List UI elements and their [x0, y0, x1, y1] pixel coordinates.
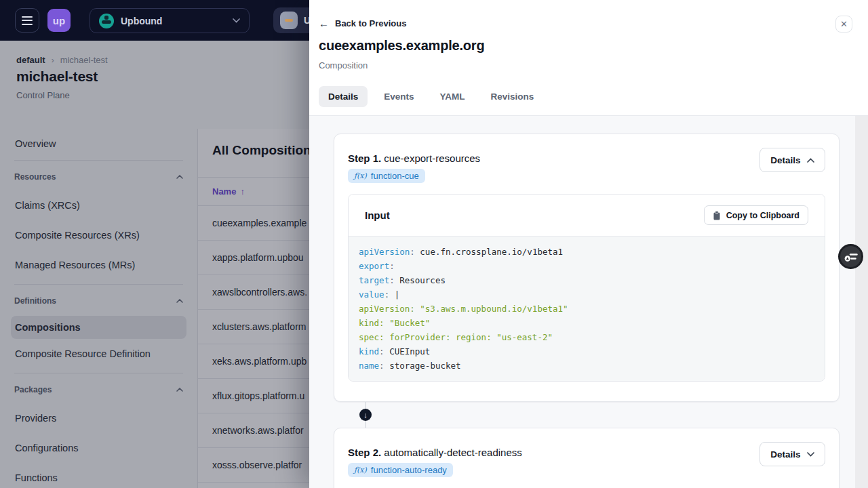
step-name: cue-export-resources — [384, 152, 480, 164]
step-title: Step 2. automatically-detect-readiness — [348, 447, 522, 458]
details-button-label: Details — [770, 155, 800, 165]
code-line: apiVersion: "s3.aws.m.upbound.io/v1beta1… — [359, 302, 814, 316]
function-badge: ƒ(x) function-cue — [348, 169, 425, 183]
code-line: value: | — [359, 287, 814, 302]
chevron-down-icon — [807, 452, 814, 457]
feedback-widget-button[interactable] — [838, 244, 863, 269]
code-line: target: Resources — [359, 273, 814, 287]
pipeline-step-card-1: Step 1. cue-export-resources ƒ(x) functi… — [334, 134, 840, 402]
function-badge-label: function-auto-ready — [371, 465, 447, 475]
tab-events[interactable]: Events — [374, 86, 423, 107]
function-badge: ƒ(x) function-auto-ready — [348, 463, 453, 477]
arrow-down-icon: ↓ — [359, 409, 372, 421]
copy-button-label: Copy to Clipboard — [726, 211, 800, 220]
details-button-label: Details — [770, 449, 800, 460]
code-line: spec: forProvider: region: "us-east-2" — [359, 330, 814, 344]
step-number: Step 2. — [348, 447, 381, 458]
feedback-icon — [844, 251, 858, 262]
code-line: kind: CUEInput — [359, 344, 814, 359]
pipeline-connector: ↓ — [359, 402, 372, 428]
panel-scroll-area[interactable]: Step 1. cue-export-resources ƒ(x) functi… — [309, 115, 868, 488]
code-line: kind: "Bucket" — [359, 316, 814, 330]
scrollbar[interactable] — [855, 116, 868, 488]
panel-tabs: Details Events YAML Revisions — [319, 86, 543, 107]
panel-subtitle: Composition — [319, 60, 368, 70]
step-number: Step 1. — [348, 152, 381, 164]
copy-to-clipboard-button[interactable]: Copy to Clipboard — [704, 205, 808, 225]
function-badge-label: function-cue — [371, 171, 419, 181]
details-toggle-button[interactable]: Details — [760, 148, 825, 172]
org-selector[interactable]: Upbound — [90, 8, 250, 33]
pipeline-step-card-2: Step 2. automatically-detect-readiness ƒ… — [334, 428, 840, 488]
composition-detail-panel: ← Back to Previous ✕ cueexamples.example… — [309, 0, 868, 488]
code-block: apiVersion: cue.fn.crossplane.io/v1beta1… — [349, 237, 825, 381]
org-selector-label: Upbound — [121, 16, 162, 26]
step-title: Step 1. cue-export-resources — [348, 152, 480, 164]
details-toggle-button[interactable]: Details — [760, 442, 825, 466]
menu-icon[interactable] — [15, 8, 39, 33]
function-icon: ƒ(x) — [354, 466, 367, 474]
input-card: Input Copy to Clipboard apiVersion: cue.… — [348, 194, 825, 382]
function-icon: ƒ(x) — [354, 171, 367, 180]
close-icon[interactable]: ✕ — [835, 16, 852, 33]
back-link-label: Back to Previous — [335, 18, 407, 28]
control-plane-avatar-icon — [280, 12, 298, 29]
chevron-down-icon — [233, 18, 240, 23]
clipboard-icon — [713, 211, 721, 220]
tab-revisions[interactable]: Revisions — [481, 86, 544, 107]
code-line: apiVersion: cue.fn.crossplane.io/v1beta1 — [359, 245, 814, 259]
step-name: automatically-detect-readiness — [384, 447, 521, 458]
back-to-previous-link[interactable]: ← Back to Previous — [319, 18, 407, 28]
code-line: export: — [359, 259, 814, 273]
chevron-up-icon — [807, 158, 814, 163]
tab-yaml[interactable]: YAML — [431, 86, 475, 107]
upbound-logo[interactable]: up — [47, 9, 71, 32]
org-avatar-icon — [99, 14, 114, 28]
code-line: name: storage-bucket — [359, 359, 814, 373]
input-card-title: Input — [365, 209, 390, 221]
panel-title: cueexamples.example.org — [319, 38, 484, 54]
tab-details[interactable]: Details — [319, 86, 368, 107]
arrow-left-icon: ← — [319, 18, 329, 28]
